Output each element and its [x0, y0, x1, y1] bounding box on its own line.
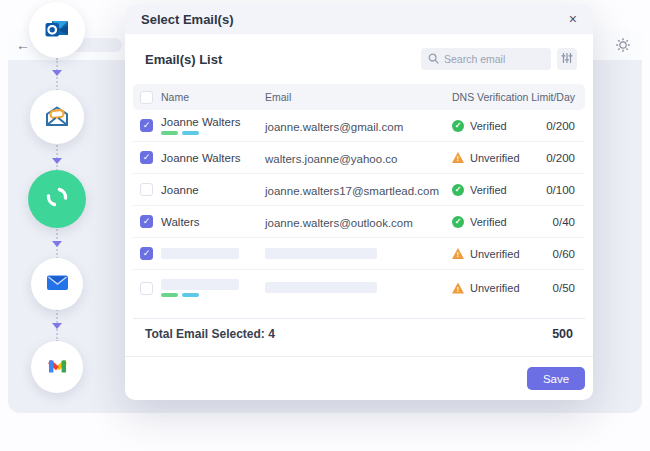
workflow-step-open-email[interactable]: [30, 90, 84, 144]
row-email: walters.joanne@yahoo.co: [265, 153, 398, 165]
dns-cell: Unverified: [452, 282, 528, 294]
row-name: Joanne Walters: [161, 116, 265, 128]
provider-tags: [161, 131, 265, 135]
call-icon: [40, 180, 74, 218]
verified-icon: [452, 120, 464, 132]
row-checkbox[interactable]: [140, 183, 153, 196]
col-dns: DNS Verification: [452, 91, 528, 103]
emails-table: Name Email DNS Verification Limit/Day Jo…: [133, 84, 585, 306]
row-email: joanne.walters@outlook.com: [265, 217, 413, 229]
filter-button[interactable]: [557, 48, 577, 70]
search-input[interactable]: [444, 53, 544, 65]
workflow-step-call[interactable]: [28, 170, 86, 228]
toolbar-controls: [421, 48, 577, 70]
row-checkbox[interactable]: [140, 247, 153, 260]
row-email: joanne.walters17@smartlead.com: [265, 185, 439, 197]
dns-status-label: Unverified: [470, 282, 520, 294]
workflow-step-outlook[interactable]: [29, 2, 85, 58]
table-row: Joanne Waltersjoanne.walters@gmail.comVe…: [133, 110, 585, 142]
screen: ←: [0, 0, 650, 451]
limit-value: 0/50: [528, 282, 575, 294]
select-emails-modal: Select Email(s) × Email(s) List: [125, 4, 593, 400]
row-checkbox[interactable]: [140, 282, 153, 295]
envelope-icon: [44, 269, 71, 300]
tag-green: [161, 131, 178, 135]
list-toolbar: Email(s) List: [145, 47, 577, 71]
close-icon[interactable]: ×: [569, 12, 577, 26]
tag-cyan: [182, 293, 199, 297]
name-cell: Walters: [161, 216, 265, 228]
unverified-icon: [452, 283, 464, 294]
name-cell: [161, 279, 265, 297]
name-placeholder: [161, 279, 239, 290]
row-checkbox[interactable]: [140, 215, 153, 228]
dns-status-label: Unverified: [470, 248, 520, 260]
dns-cell: Unverified: [452, 248, 528, 260]
open-envelope-icon: [40, 98, 74, 136]
flow-arrow-icon: [52, 241, 62, 247]
name-cell: Joanne Walters: [161, 152, 265, 164]
search-box[interactable]: [421, 48, 551, 70]
back-arrow-icon[interactable]: ←: [16, 37, 30, 53]
table-row: Joanne Walterswalters.joanne@yahoo.coUnv…: [133, 142, 585, 174]
verified-icon: [452, 184, 464, 196]
name-cell: Joanne: [161, 184, 265, 196]
flow-arrow-icon: [52, 70, 62, 76]
gear-icon[interactable]: [615, 37, 631, 53]
select-all-checkbox[interactable]: [140, 91, 153, 104]
limit-value: 0/200: [528, 120, 575, 132]
workflow-step-email[interactable]: [31, 258, 83, 310]
total-selected-label: Total Email Selected: 4: [145, 327, 275, 341]
provider-tags: [161, 293, 265, 297]
outlook-icon: [42, 13, 72, 47]
modal-header: Select Email(s) ×: [125, 4, 593, 34]
unverified-icon: [452, 152, 464, 163]
row-email: joanne.walters@gmail.com: [265, 121, 403, 133]
limit-value: 0/200: [528, 152, 575, 164]
dns-cell: Unverified: [452, 152, 528, 164]
row-checkbox[interactable]: [140, 151, 153, 164]
limit-value: 0/40: [528, 216, 575, 228]
name-cell: [161, 248, 265, 259]
dns-cell: Verified: [452, 216, 528, 228]
save-button[interactable]: Save: [527, 367, 585, 390]
search-icon: [428, 50, 439, 68]
total-limit-value: 500: [552, 327, 573, 341]
gmail-icon: [44, 352, 71, 383]
name-cell: Joanne Walters: [161, 116, 265, 135]
dns-cell: Verified: [452, 184, 528, 196]
col-name: Name: [161, 91, 265, 103]
table-body: Joanne Waltersjoanne.walters@gmail.comVe…: [133, 110, 585, 306]
col-limit: Limit/Day: [528, 91, 575, 103]
name-placeholder: [161, 248, 239, 259]
email-cell: joanne.walters17@smartlead.com: [265, 181, 452, 199]
email-cell: joanne.walters@gmail.com: [265, 117, 452, 135]
col-email: Email: [265, 91, 452, 103]
email-cell: joanne.walters@outlook.com: [265, 213, 452, 231]
email-cell: walters.joanne@yahoo.co: [265, 149, 452, 167]
row-name: Walters: [161, 216, 265, 228]
limit-value: 0/60: [528, 248, 575, 260]
sliders-icon: [561, 50, 573, 68]
verified-icon: [452, 216, 464, 228]
table-row: Unverified0/50: [133, 270, 585, 306]
email-placeholder: [265, 282, 377, 293]
dns-cell: Verified: [452, 120, 528, 132]
limit-value: 0/100: [528, 184, 575, 196]
modal-title: Select Email(s): [141, 12, 234, 27]
dns-status-label: Verified: [470, 216, 507, 228]
workflow-step-gmail[interactable]: [31, 341, 83, 393]
row-name: Joanne: [161, 184, 265, 196]
row-checkbox[interactable]: [140, 119, 153, 132]
table-row: Joannejoanne.walters17@smartlead.comVeri…: [133, 174, 585, 206]
email-placeholder: [265, 248, 377, 259]
row-name: Joanne Walters: [161, 152, 265, 164]
modal-actions: Save: [125, 356, 593, 400]
email-cell: [265, 279, 452, 297]
dns-status-label: Verified: [470, 120, 507, 132]
unverified-icon: [452, 248, 464, 259]
summary-row: Total Email Selected: 4 500: [133, 318, 585, 348]
flow-arrow-icon: [52, 158, 62, 164]
flow-arrow-icon: [52, 323, 62, 329]
dns-status-label: Verified: [470, 184, 507, 196]
